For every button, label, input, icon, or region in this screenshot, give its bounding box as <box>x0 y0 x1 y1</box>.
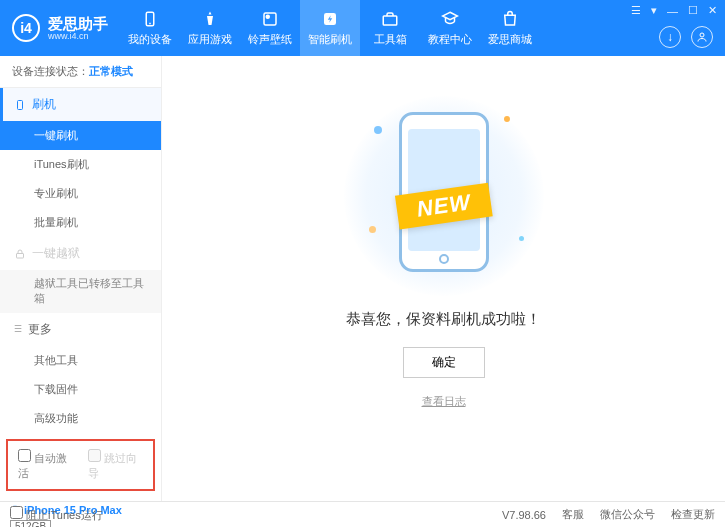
nav-my-device[interactable]: 我的设备 <box>120 0 180 56</box>
svg-rect-8 <box>17 253 24 258</box>
footer-link-wechat[interactable]: 微信公众号 <box>600 507 655 522</box>
sidebar-itunes-flash[interactable]: iTunes刷机 <box>0 150 161 179</box>
footer-link-support[interactable]: 客服 <box>562 507 584 522</box>
store-icon <box>500 9 520 29</box>
window-controls: ☰ ▾ — ☐ ✕ <box>631 4 717 17</box>
sidebar-download-firmware[interactable]: 下载固件 <box>0 375 161 404</box>
sidebar-pro-flash[interactable]: 专业刷机 <box>0 179 161 208</box>
tutorial-icon <box>440 9 460 29</box>
header-right: ↓ <box>659 26 713 48</box>
app-name: 爱思助手 <box>48 16 108 31</box>
block-itunes-checkbox[interactable]: 阻止iTunes运行 <box>10 506 103 523</box>
phone-icon <box>14 98 26 112</box>
svg-rect-2 <box>264 13 276 25</box>
device-icon <box>140 9 160 29</box>
sidebar-jailbreak-note: 越狱工具已转移至工具箱 <box>0 270 161 313</box>
close-icon[interactable]: ✕ <box>708 4 717 17</box>
user-icon[interactable] <box>691 26 713 48</box>
options-row: 自动激活 跳过向导 <box>6 439 155 491</box>
svg-rect-7 <box>18 100 23 109</box>
sidebar-other-tools[interactable]: 其他工具 <box>0 346 161 375</box>
logo-icon: i4 <box>12 14 40 42</box>
nav-flash[interactable]: 智能刷机 <box>300 0 360 56</box>
body: 设备连接状态：正常模式 刷机 一键刷机 iTunes刷机 专业刷机 批量刷机 一… <box>0 56 725 501</box>
sidebar-one-key-flash[interactable]: 一键刷机 <box>0 121 161 150</box>
apps-icon <box>200 9 220 29</box>
nav-toolbox[interactable]: 工具箱 <box>360 0 420 56</box>
minimize-icon[interactable]: — <box>667 5 678 17</box>
sidebar-more-header[interactable]: ☰ 更多 <box>0 313 161 346</box>
version-label: V7.98.66 <box>502 509 546 521</box>
toolbox-icon <box>380 9 400 29</box>
logo-area: i4 爱思助手 www.i4.cn <box>0 14 120 42</box>
success-message: 恭喜您，保资料刷机成功啦！ <box>346 310 541 329</box>
nav-apps[interactable]: 应用游戏 <box>180 0 240 56</box>
menu-icon[interactable]: ☰ <box>631 4 641 17</box>
success-illustration: NEW <box>364 96 524 296</box>
download-icon[interactable]: ↓ <box>659 26 681 48</box>
wallpaper-icon <box>260 9 280 29</box>
sidebar-jailbreak-header: 一键越狱 <box>0 237 161 270</box>
nav-wallpaper[interactable]: 铃声壁纸 <box>240 0 300 56</box>
main-content: NEW 恭喜您，保资料刷机成功啦！ 确定 查看日志 <box>162 56 725 501</box>
app-url: www.i4.cn <box>48 31 108 41</box>
svg-point-6 <box>700 33 704 37</box>
nav-store[interactable]: 爱思商城 <box>480 0 540 56</box>
sidebar-flash-header[interactable]: 刷机 <box>0 88 161 121</box>
svg-rect-5 <box>383 16 397 25</box>
svg-point-3 <box>266 15 269 18</box>
maximize-icon[interactable]: ☐ <box>688 4 698 17</box>
status-bar: 设备连接状态：正常模式 <box>0 56 161 88</box>
sidebar-advanced[interactable]: 高级功能 <box>0 404 161 433</box>
expand-icon: ☰ <box>14 324 22 334</box>
sidebar: 设备连接状态：正常模式 刷机 一键刷机 iTunes刷机 专业刷机 批量刷机 一… <box>0 56 162 501</box>
sidebar-batch-flash[interactable]: 批量刷机 <box>0 208 161 237</box>
nav-tutorial[interactable]: 教程中心 <box>420 0 480 56</box>
status-mode: 正常模式 <box>89 65 133 77</box>
auto-activate-checkbox[interactable]: 自动激活 <box>18 449 74 481</box>
flash-icon <box>320 9 340 29</box>
app-header: i4 爱思助手 www.i4.cn 我的设备 应用游戏 铃声壁纸 智能刷机 工具… <box>0 0 725 56</box>
skin-icon[interactable]: ▾ <box>651 4 657 17</box>
ok-button[interactable]: 确定 <box>403 347 485 378</box>
view-log-link[interactable]: 查看日志 <box>422 394 466 409</box>
skip-guide-checkbox[interactable]: 跳过向导 <box>88 449 144 481</box>
lock-icon <box>14 248 26 260</box>
footer-link-update[interactable]: 检查更新 <box>671 507 715 522</box>
